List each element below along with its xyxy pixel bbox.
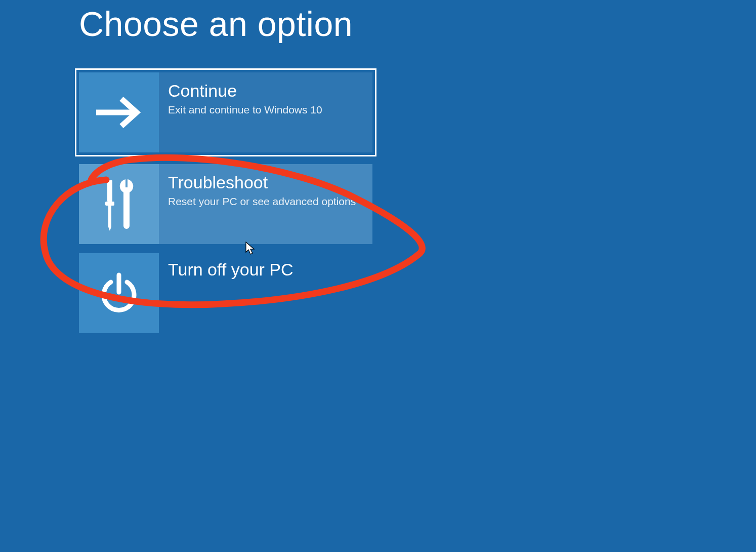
- option-continue-text: Continue Exit and continue to Windows 10: [159, 72, 372, 152]
- options-list: Continue Exit and continue to Windows 10: [79, 70, 756, 333]
- option-troubleshoot-title: Troubleshoot: [168, 173, 362, 192]
- option-poweroff-text: Turn off your PC: [159, 253, 312, 333]
- svg-marker-4: [108, 227, 111, 231]
- option-poweroff[interactable]: Turn off your PC: [79, 253, 312, 333]
- option-continue-desc: Exit and continue to Windows 10: [168, 103, 362, 116]
- option-troubleshoot-desc: Reset your PC or see advanced options: [168, 195, 362, 208]
- svg-rect-1: [107, 180, 112, 202]
- svg-rect-2: [105, 202, 114, 206]
- option-poweroff-title: Turn off your PC: [168, 260, 302, 279]
- arrow-right-icon: [79, 72, 159, 152]
- svg-rect-3: [108, 206, 111, 227]
- page-title: Choose an option: [79, 4, 756, 44]
- option-continue[interactable]: Continue Exit and continue to Windows 10: [76, 70, 375, 155]
- option-troubleshoot[interactable]: Troubleshoot Reset your PC or see advanc…: [79, 164, 372, 244]
- tools-icon: [79, 164, 159, 244]
- power-icon: [79, 253, 159, 333]
- option-continue-title: Continue: [168, 82, 362, 100]
- option-troubleshoot-text: Troubleshoot Reset your PC or see advanc…: [159, 164, 372, 244]
